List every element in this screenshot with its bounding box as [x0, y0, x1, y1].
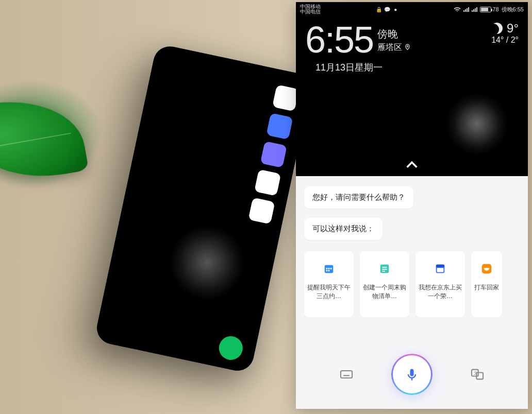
battery-icon: 78 — [480, 6, 498, 12]
leaf-decor — [0, 89, 89, 189]
home-wallpaper: 中国移动 中国电信 🔒 💬 ● 78 傍晚6:55 — [296, 2, 528, 176]
lock-icon: 🔒 — [376, 6, 382, 12]
assistant-greeting: 您好，请问需要什么帮助？ — [304, 186, 413, 209]
microphone-button[interactable] — [391, 354, 433, 395]
suggestion-label: 我想在京东上买一个荣… — [419, 283, 462, 301]
moon-icon — [491, 23, 503, 34]
suggestion-row: 提醒我明天下午三点约… 创建一个周末购物清单… 我想在京东上买一个荣… 打车回家 — [296, 251, 528, 317]
note-icon — [375, 260, 394, 278]
expand-chevron[interactable] — [405, 158, 419, 172]
didi-icon — [477, 260, 496, 278]
chat-icon: 💬 — [384, 6, 390, 12]
weather-temp: 9° — [507, 21, 519, 36]
svg-rect-2 — [326, 268, 328, 269]
svg-text:文: 文 — [474, 371, 478, 375]
browser-icon — [431, 260, 450, 278]
location-pin-icon — [404, 43, 411, 53]
signal-2-icon — [472, 7, 477, 12]
dot-icon: ● — [392, 6, 398, 12]
suggestion-card-shopping[interactable]: 我想在京东上买一个荣… — [415, 251, 465, 317]
suggestion-card-reminder[interactable]: 提醒我明天下午三点约… — [304, 251, 354, 317]
svg-rect-10 — [382, 271, 385, 272]
weather-hilo: 14° / 2° — [491, 36, 519, 45]
suggestion-card-taxi[interactable]: 打车回家 — [471, 251, 502, 317]
keyboard-button[interactable] — [338, 366, 355, 383]
device-screen: 中国移动 中国电信 🔒 💬 ● 78 傍晚6:55 — [296, 2, 528, 409]
assistant-dock: 文 — [296, 346, 528, 409]
date-label: 11月13日星期一 — [305, 61, 411, 74]
location-name: 雁塔区 — [377, 42, 402, 53]
location-row[interactable]: 雁塔区 — [377, 42, 411, 53]
svg-rect-4 — [330, 268, 332, 269]
notification-icons: 🔒 💬 ● — [376, 6, 398, 12]
phone-photo — [94, 43, 313, 374]
suggestion-label: 提醒我明天下午三点约… — [307, 283, 351, 301]
svg-rect-8 — [382, 267, 387, 268]
suggestion-label: 打车回家 — [474, 283, 499, 292]
suggestion-label: 创建一个周末购物清单… — [363, 283, 406, 301]
suggestion-card-list[interactable]: 创建一个周末购物清单… — [360, 251, 409, 317]
voice-assistant-panel: 您好，请问需要什么帮助？ 可以这样对我说： 提醒我明天下午三点约… 创建一个周末… — [296, 176, 528, 409]
svg-rect-3 — [328, 268, 330, 269]
svg-point-0 — [407, 45, 408, 47]
clock-time: 6:55 — [305, 21, 373, 58]
signal-1-icon — [463, 7, 469, 12]
svg-rect-15 — [341, 371, 352, 378]
battery-pct: 78 — [492, 6, 498, 12]
svg-rect-9 — [382, 269, 387, 270]
carrier-2: 中国电信 — [300, 9, 321, 14]
status-bar: 中国移动 中国电信 🔒 💬 ● 78 傍晚6:55 — [296, 2, 528, 15]
svg-rect-12 — [436, 265, 445, 268]
clock-period: 傍晚 — [377, 27, 411, 41]
translate-button[interactable]: 文 — [469, 366, 486, 383]
assistant-hint: 可以这样对我说： — [304, 218, 383, 240]
calendar-icon — [320, 260, 338, 278]
statusbar-clock: 傍晚6:55 — [502, 6, 524, 13]
wifi-icon — [454, 6, 461, 13]
svg-rect-6 — [328, 270, 330, 271]
svg-rect-5 — [326, 270, 328, 271]
svg-rect-13 — [437, 268, 444, 272]
weather-widget[interactable]: 9° 14° / 2° — [491, 21, 519, 74]
